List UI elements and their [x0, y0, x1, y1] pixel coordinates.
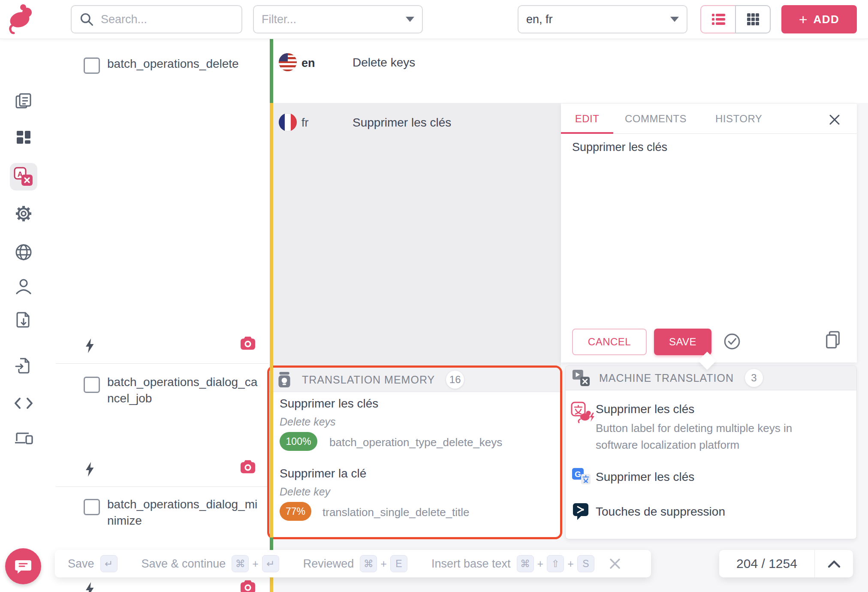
key-name[interactable]: batch_operations_dialog_cancel_job — [107, 374, 258, 407]
list-view-button[interactable] — [700, 5, 736, 33]
language-selector[interactable]: en, fr — [518, 5, 687, 33]
sidebar-item-devices[interactable] — [10, 425, 37, 452]
key-divider — [56, 486, 269, 487]
lightning-icon[interactable] — [84, 582, 95, 592]
search-input[interactable] — [100, 12, 234, 27]
lokalise-mouse-logo[interactable] — [7, 3, 34, 34]
gear-icon — [14, 204, 33, 223]
tab-edit[interactable]: EDIT — [561, 104, 613, 134]
sidebar-item-download[interactable] — [10, 307, 37, 335]
tm-suggestion-text[interactable]: Supprimer la clé — [280, 467, 366, 480]
dashboard-icon — [14, 128, 33, 147]
close-bar-icon[interactable] — [609, 558, 621, 570]
translate-editor-icon: A — [13, 166, 34, 187]
screenshot-camera-icon[interactable] — [239, 336, 256, 350]
svg-text:G: G — [575, 470, 581, 479]
code-icon — [14, 395, 33, 411]
grid-view-button[interactable] — [735, 5, 771, 33]
chat-widget-button[interactable] — [5, 548, 41, 584]
mt-suggestion-text[interactable]: Touches de suppression — [596, 505, 725, 519]
shortcut-plus: + — [380, 558, 387, 570]
add-button[interactable]: + ADD — [781, 5, 857, 33]
source-text[interactable]: Delete keys — [353, 56, 415, 69]
tab-comments[interactable]: COMMENTS — [625, 104, 687, 134]
chevron-down-icon — [670, 17, 679, 22]
mt-suggestion-text[interactable]: Supprimer les clés — [596, 402, 694, 416]
tm-suggestion-source: Delete key — [280, 486, 330, 498]
flag-us-icon — [279, 53, 297, 71]
sidebar: A — [0, 39, 47, 592]
search-icon — [79, 12, 94, 27]
translation-editor-value[interactable]: Supprimer les clés — [572, 141, 667, 154]
lightning-icon[interactable] — [84, 462, 95, 477]
key-checkbox[interactable] — [84, 499, 100, 515]
sidebar-item-dashboard[interactable] — [10, 124, 37, 151]
copy-icon[interactable] — [824, 330, 841, 349]
translation-row-en[interactable]: en Delete keys — [273, 39, 868, 103]
translation-row-fr[interactable]: fr Supprimer les clés — [273, 103, 561, 367]
tm-suggestion-text[interactable]: Supprimer les clés — [280, 397, 378, 411]
tm-match-badge: 100% — [280, 432, 317, 451]
lightning-icon[interactable] — [84, 338, 95, 353]
deepl-icon — [573, 502, 590, 521]
key-divider — [56, 363, 269, 364]
mt-suggestion-description: Button label for deleting multiple keys … — [596, 420, 810, 453]
screenshot-camera-icon[interactable] — [239, 580, 256, 592]
save-action[interactable]: Save — [68, 557, 94, 571]
status-strip-reviewed — [270, 39, 273, 103]
sidebar-item-editor[interactable]: A — [10, 163, 37, 190]
mark-reviewed-icon[interactable] — [723, 332, 741, 350]
edit-panel-tabs: EDIT COMMENTS HISTORY — [561, 104, 857, 134]
google-translate-icon: G — [572, 467, 591, 486]
machine-translation-icon — [572, 369, 591, 387]
key-checkbox[interactable] — [84, 57, 100, 74]
sidebar-item-settings[interactable] — [10, 200, 37, 227]
keycap-return: ↵ — [100, 555, 118, 572]
keycap-cmd: ⌘ — [232, 555, 249, 572]
previous-key-button[interactable] — [815, 550, 853, 577]
sidebar-item-contributors[interactable] — [10, 273, 37, 300]
search-box — [71, 5, 242, 33]
machine-translation-header: MACHINE TRANSLATION 3 — [566, 366, 856, 390]
keycap-e: E — [390, 555, 407, 572]
bottom-action-bar: Save ↵ Save & continue ⌘ + ↵ Reviewed ⌘ … — [55, 550, 651, 577]
language-selector-value: en, fr — [526, 13, 553, 26]
key-name[interactable]: batch_operations_dialog_minimize — [107, 496, 258, 529]
shortcut-plus: + — [537, 558, 544, 570]
mt-suggestion-text[interactable]: Supprimer les clés — [596, 470, 694, 484]
insert-base-text-action[interactable]: Insert base text — [431, 557, 511, 571]
top-bar: Filter... en, fr + ADD — [0, 0, 868, 39]
file-download-icon — [14, 311, 33, 331]
shortcut-plus: + — [252, 558, 259, 570]
tab-history[interactable]: HISTORY — [715, 104, 762, 134]
screenshot-camera-icon[interactable] — [239, 459, 256, 474]
key-counter: 204 / 1254 — [719, 550, 814, 577]
key-name[interactable]: batch_operations_delete — [107, 56, 258, 72]
list-view-icon — [709, 10, 727, 28]
add-button-label: ADD — [814, 13, 840, 26]
devices-icon — [13, 430, 34, 447]
cancel-button[interactable]: CANCEL — [572, 329, 647, 355]
tm-key-reference: batch_operation_type_delete_keys — [329, 436, 502, 449]
sidebar-item-languages[interactable] — [10, 239, 37, 266]
chevron-down-icon — [406, 17, 414, 22]
tm-match-badge: 77% — [280, 502, 311, 521]
sidebar-item-upload[interactable] — [10, 353, 37, 381]
reviewed-action[interactable]: Reviewed — [303, 557, 354, 571]
language-code: fr — [301, 116, 309, 130]
translation-memory-panel: TRANSLATION MEMORY 16 Supprimer les clés… — [267, 365, 562, 539]
keycap-cmd: ⌘ — [360, 555, 377, 572]
sidebar-item-documents[interactable] — [10, 87, 37, 115]
language-code: en — [301, 57, 315, 70]
filter-dropdown[interactable]: Filter... — [253, 5, 423, 33]
filter-placeholder: Filter... — [262, 13, 296, 26]
save-continue-action[interactable]: Save & continue — [142, 557, 226, 571]
globe-icon — [14, 243, 33, 262]
sidebar-item-api[interactable] — [10, 390, 37, 417]
close-icon[interactable] — [828, 113, 841, 126]
key-checkbox[interactable] — [84, 377, 100, 393]
save-button[interactable]: SAVE — [654, 329, 711, 355]
target-text[interactable]: Supprimer les clés — [353, 116, 451, 130]
translation-memory-count: 16 — [446, 371, 464, 389]
translation-memory-icon — [276, 371, 292, 388]
